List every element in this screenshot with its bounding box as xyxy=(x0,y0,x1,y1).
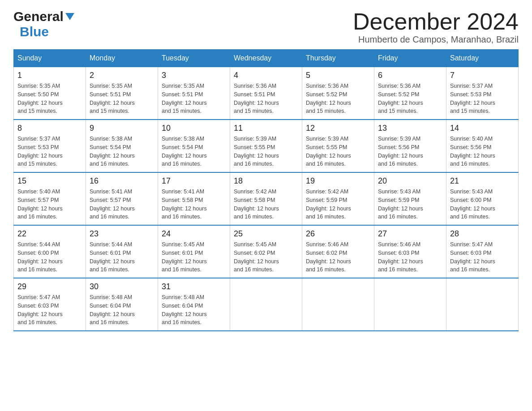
calendar-week-2: 8 Sunrise: 5:37 AM Sunset: 5:53 PM Dayli… xyxy=(14,120,519,172)
calendar-cell: 16 Sunrise: 5:41 AM Sunset: 5:57 PM Dayl… xyxy=(86,172,158,225)
day-number: 10 xyxy=(162,124,226,133)
calendar-cell: 22 Sunrise: 5:44 AM Sunset: 6:00 PM Dayl… xyxy=(14,225,86,278)
weekday-header-saturday: Saturday xyxy=(446,50,519,67)
logo: General Blue xyxy=(13,9,74,39)
calendar-cell xyxy=(446,278,519,331)
calendar-cell: 31 Sunrise: 5:48 AM Sunset: 6:04 PM Dayl… xyxy=(158,278,230,331)
day-number: 30 xyxy=(90,282,154,291)
day-info: Sunrise: 5:35 AM Sunset: 5:51 PM Dayligh… xyxy=(90,83,135,114)
day-number: 1 xyxy=(17,71,82,80)
day-info: Sunrise: 5:46 AM Sunset: 6:03 PM Dayligh… xyxy=(378,241,423,273)
calendar-cell xyxy=(374,278,446,331)
calendar-cell: 2 Sunrise: 5:35 AM Sunset: 5:51 PM Dayli… xyxy=(86,67,158,120)
page-subtitle: Humberto de Campos, Maranhao, Brazil xyxy=(353,34,519,45)
day-info: Sunrise: 5:36 AM Sunset: 5:52 PM Dayligh… xyxy=(306,83,351,114)
day-number: 6 xyxy=(378,71,442,80)
logo-blue-text: Blue xyxy=(20,24,49,39)
calendar-header: SundayMondayTuesdayWednesdayThursdayFrid… xyxy=(14,50,519,67)
day-number: 12 xyxy=(306,124,370,133)
logo-triangle-icon xyxy=(65,13,74,22)
day-number: 13 xyxy=(378,124,442,133)
day-number: 9 xyxy=(90,124,154,133)
day-info: Sunrise: 5:40 AM Sunset: 5:57 PM Dayligh… xyxy=(17,188,63,220)
calendar-week-4: 22 Sunrise: 5:44 AM Sunset: 6:00 PM Dayl… xyxy=(14,225,519,278)
calendar-cell: 18 Sunrise: 5:42 AM Sunset: 5:58 PM Dayl… xyxy=(230,172,302,225)
day-info: Sunrise: 5:35 AM Sunset: 5:50 PM Dayligh… xyxy=(17,83,63,114)
day-number: 2 xyxy=(90,71,154,80)
day-info: Sunrise: 5:48 AM Sunset: 6:04 PM Dayligh… xyxy=(90,294,135,325)
calendar-week-1: 1 Sunrise: 5:35 AM Sunset: 5:50 PM Dayli… xyxy=(14,67,519,120)
weekday-header-tuesday: Tuesday xyxy=(158,50,230,67)
day-info: Sunrise: 5:37 AM Sunset: 5:53 PM Dayligh… xyxy=(450,83,495,114)
day-number: 11 xyxy=(234,124,298,133)
logo-general-text: General xyxy=(13,9,64,24)
day-info: Sunrise: 5:36 AM Sunset: 5:52 PM Dayligh… xyxy=(378,83,423,114)
day-number: 4 xyxy=(234,71,298,80)
title-block: December 2024 Humberto de Campos, Maranh… xyxy=(353,9,519,45)
calendar-body: 1 Sunrise: 5:35 AM Sunset: 5:50 PM Dayli… xyxy=(14,67,519,331)
day-info: Sunrise: 5:39 AM Sunset: 5:55 PM Dayligh… xyxy=(306,136,351,167)
calendar-cell: 12 Sunrise: 5:39 AM Sunset: 5:55 PM Dayl… xyxy=(302,120,374,172)
day-info: Sunrise: 5:35 AM Sunset: 5:51 PM Dayligh… xyxy=(162,83,207,114)
day-info: Sunrise: 5:42 AM Sunset: 5:58 PM Dayligh… xyxy=(234,188,279,220)
calendar-cell: 29 Sunrise: 5:47 AM Sunset: 6:03 PM Dayl… xyxy=(14,278,86,331)
day-number: 29 xyxy=(17,282,82,291)
calendar-cell: 25 Sunrise: 5:45 AM Sunset: 6:02 PM Dayl… xyxy=(230,225,302,278)
calendar-cell: 23 Sunrise: 5:44 AM Sunset: 6:01 PM Dayl… xyxy=(86,225,158,278)
day-info: Sunrise: 5:47 AM Sunset: 6:03 PM Dayligh… xyxy=(17,294,63,325)
day-number: 20 xyxy=(378,176,442,186)
calendar-cell: 6 Sunrise: 5:36 AM Sunset: 5:52 PM Dayli… xyxy=(374,67,446,120)
day-number: 18 xyxy=(234,176,298,186)
day-number: 24 xyxy=(162,229,226,239)
day-info: Sunrise: 5:44 AM Sunset: 6:00 PM Dayligh… xyxy=(17,241,63,273)
day-number: 27 xyxy=(378,229,442,239)
page-header: General Blue December 2024 Humberto de C… xyxy=(13,9,519,45)
weekday-header-friday: Friday xyxy=(374,50,446,67)
day-number: 19 xyxy=(306,176,370,186)
day-info: Sunrise: 5:46 AM Sunset: 6:02 PM Dayligh… xyxy=(306,241,351,273)
day-number: 7 xyxy=(450,71,515,80)
weekday-header-row: SundayMondayTuesdayWednesdayThursdayFrid… xyxy=(14,50,519,67)
day-info: Sunrise: 5:39 AM Sunset: 5:56 PM Dayligh… xyxy=(378,136,423,167)
calendar-cell: 14 Sunrise: 5:40 AM Sunset: 5:56 PM Dayl… xyxy=(446,120,519,172)
day-info: Sunrise: 5:45 AM Sunset: 6:02 PM Dayligh… xyxy=(234,241,279,273)
calendar-table: SundayMondayTuesdayWednesdayThursdayFrid… xyxy=(13,49,519,331)
calendar-cell xyxy=(302,278,374,331)
weekday-header-wednesday: Wednesday xyxy=(230,50,302,67)
weekday-header-sunday: Sunday xyxy=(14,50,86,67)
day-number: 8 xyxy=(17,124,82,133)
calendar-cell: 15 Sunrise: 5:40 AM Sunset: 5:57 PM Dayl… xyxy=(14,172,86,225)
day-info: Sunrise: 5:40 AM Sunset: 5:56 PM Dayligh… xyxy=(450,136,495,167)
day-number: 3 xyxy=(162,71,226,80)
day-info: Sunrise: 5:45 AM Sunset: 6:01 PM Dayligh… xyxy=(162,241,207,273)
calendar-cell: 24 Sunrise: 5:45 AM Sunset: 6:01 PM Dayl… xyxy=(158,225,230,278)
calendar-cell xyxy=(230,278,302,331)
day-info: Sunrise: 5:36 AM Sunset: 5:51 PM Dayligh… xyxy=(234,83,279,114)
day-info: Sunrise: 5:38 AM Sunset: 5:54 PM Dayligh… xyxy=(162,136,207,167)
calendar-cell: 5 Sunrise: 5:36 AM Sunset: 5:52 PM Dayli… xyxy=(302,67,374,120)
day-info: Sunrise: 5:43 AM Sunset: 5:59 PM Dayligh… xyxy=(378,188,423,220)
calendar-cell: 7 Sunrise: 5:37 AM Sunset: 5:53 PM Dayli… xyxy=(446,67,519,120)
day-info: Sunrise: 5:48 AM Sunset: 6:04 PM Dayligh… xyxy=(162,294,207,325)
svg-marker-0 xyxy=(65,13,74,20)
day-number: 31 xyxy=(162,282,226,291)
calendar-cell: 13 Sunrise: 5:39 AM Sunset: 5:56 PM Dayl… xyxy=(374,120,446,172)
calendar-cell: 30 Sunrise: 5:48 AM Sunset: 6:04 PM Dayl… xyxy=(86,278,158,331)
calendar-cell: 8 Sunrise: 5:37 AM Sunset: 5:53 PM Dayli… xyxy=(14,120,86,172)
calendar-cell: 10 Sunrise: 5:38 AM Sunset: 5:54 PM Dayl… xyxy=(158,120,230,172)
calendar-cell: 11 Sunrise: 5:39 AM Sunset: 5:55 PM Dayl… xyxy=(230,120,302,172)
day-number: 22 xyxy=(17,229,82,239)
calendar-cell: 9 Sunrise: 5:38 AM Sunset: 5:54 PM Dayli… xyxy=(86,120,158,172)
calendar-cell: 19 Sunrise: 5:42 AM Sunset: 5:59 PM Dayl… xyxy=(302,172,374,225)
day-number: 21 xyxy=(450,176,515,186)
day-info: Sunrise: 5:41 AM Sunset: 5:57 PM Dayligh… xyxy=(90,188,135,220)
day-info: Sunrise: 5:37 AM Sunset: 5:53 PM Dayligh… xyxy=(17,136,63,167)
calendar-week-5: 29 Sunrise: 5:47 AM Sunset: 6:03 PM Dayl… xyxy=(14,278,519,331)
day-number: 26 xyxy=(306,229,370,239)
day-info: Sunrise: 5:47 AM Sunset: 6:03 PM Dayligh… xyxy=(450,241,495,273)
day-info: Sunrise: 5:38 AM Sunset: 5:54 PM Dayligh… xyxy=(90,136,135,167)
weekday-header-monday: Monday xyxy=(86,50,158,67)
calendar-cell: 4 Sunrise: 5:36 AM Sunset: 5:51 PM Dayli… xyxy=(230,67,302,120)
calendar-week-3: 15 Sunrise: 5:40 AM Sunset: 5:57 PM Dayl… xyxy=(14,172,519,225)
day-info: Sunrise: 5:42 AM Sunset: 5:59 PM Dayligh… xyxy=(306,188,351,220)
